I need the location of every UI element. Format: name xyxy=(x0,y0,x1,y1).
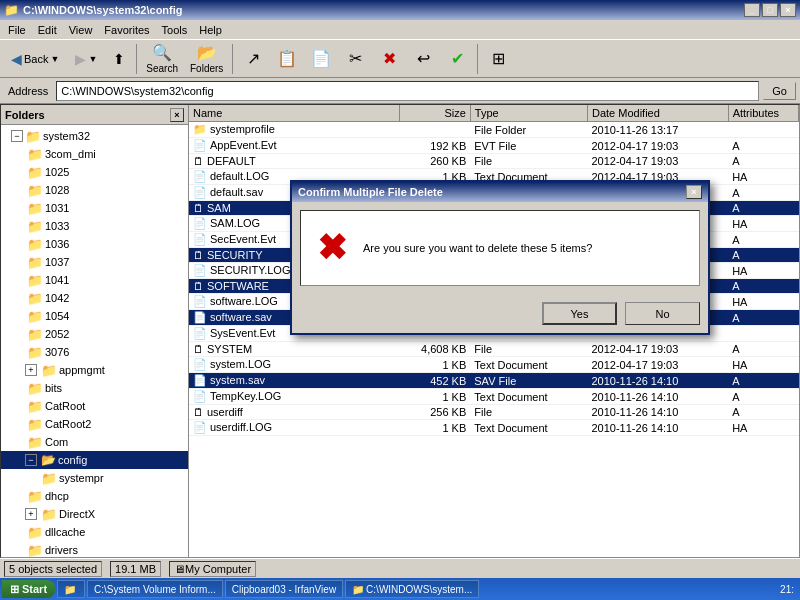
dialog-overlay: Confirm Multiple File Delete × ✖ Are you… xyxy=(0,0,800,600)
dialog-buttons: Yes No xyxy=(292,294,708,333)
dialog-title-bar: Confirm Multiple File Delete × xyxy=(292,182,708,202)
dialog-yes-button[interactable]: Yes xyxy=(542,302,617,325)
dialog-close-button[interactable]: × xyxy=(686,185,702,199)
dialog-title-text: Confirm Multiple File Delete xyxy=(298,186,443,198)
confirm-dialog: Confirm Multiple File Delete × ✖ Are you… xyxy=(290,180,710,335)
dialog-no-button[interactable]: No xyxy=(625,302,700,325)
dialog-message: Are you sure you want to delete these 5 … xyxy=(363,242,592,254)
dialog-error-icon: ✖ xyxy=(317,227,347,269)
dialog-body: ✖ Are you sure you want to delete these … xyxy=(300,210,700,286)
